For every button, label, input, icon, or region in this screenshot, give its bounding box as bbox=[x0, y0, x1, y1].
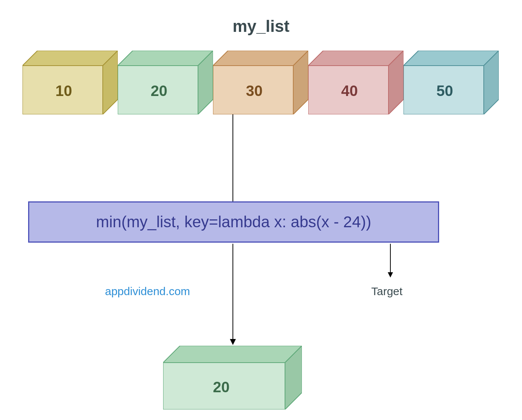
arrow-list-to-code bbox=[232, 114, 233, 201]
list-item-value: 10 bbox=[22, 82, 105, 99]
list-item-block: 50 bbox=[404, 51, 499, 114]
result-value: 20 bbox=[163, 379, 279, 396]
diagram-title: my_list bbox=[0, 17, 522, 36]
svg-marker-3 bbox=[118, 51, 213, 66]
svg-marker-6 bbox=[213, 51, 308, 66]
svg-marker-12 bbox=[404, 51, 499, 66]
list-item-block: 40 bbox=[308, 51, 404, 114]
code-box: min(my_list, key=lambda x: abs(x - 24)) bbox=[28, 201, 439, 243]
svg-marker-15 bbox=[163, 346, 302, 363]
list-item-block: 10 bbox=[22, 51, 118, 114]
code-text: min(my_list, key=lambda x: abs(x - 24)) bbox=[96, 213, 371, 231]
arrow-to-target-label bbox=[390, 244, 391, 278]
watermark-text: appdividend.com bbox=[105, 285, 190, 298]
svg-marker-9 bbox=[308, 51, 404, 66]
list-item-value: 20 bbox=[118, 82, 200, 99]
list-item-value: 50 bbox=[404, 82, 486, 99]
list-item-value: 30 bbox=[213, 82, 296, 99]
target-label: Target bbox=[371, 285, 402, 298]
arrow-code-to-result bbox=[232, 244, 233, 345]
result-block: 20 bbox=[163, 346, 302, 410]
list-item-block: 20 bbox=[118, 51, 213, 114]
list-item-value: 40 bbox=[308, 82, 391, 99]
list-row: 10 20 30 40 50 bbox=[22, 51, 499, 114]
svg-marker-0 bbox=[22, 51, 118, 66]
list-item-block: 30 bbox=[213, 51, 308, 114]
